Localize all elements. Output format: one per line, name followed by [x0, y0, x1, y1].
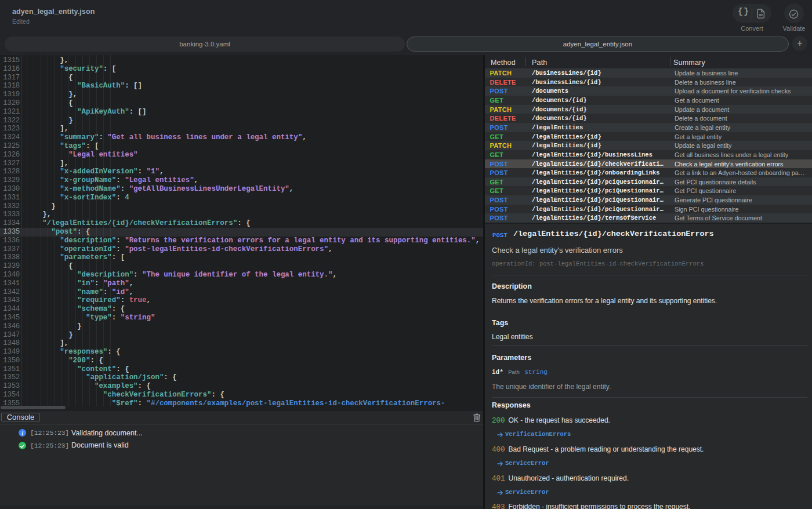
svg-text:i: i	[21, 431, 23, 437]
